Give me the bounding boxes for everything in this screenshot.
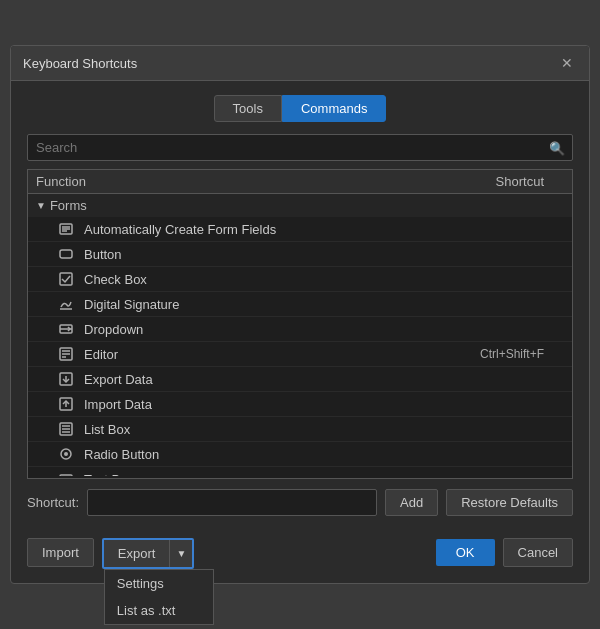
tab-row: Tools Commands [27,95,573,122]
dropdown-icon [56,321,76,337]
export-data-icon [56,371,76,387]
shortcut-input[interactable] [87,489,377,516]
table-row[interactable]: Export Data [28,367,572,392]
table-row[interactable]: Radio Button [28,442,572,467]
chevron-down-icon: ▼ [36,200,46,211]
row-label: Button [84,247,444,262]
table-container: Function Shortcut ▼ Forms Automatically … [27,169,573,479]
export-button[interactable]: Export [104,540,171,567]
table-row[interactable]: Button [28,242,572,267]
table-row[interactable]: Import Data [28,392,572,417]
shortcut-row: Shortcut: Add Restore Defaults [27,489,573,516]
dialog-footer: Import Export ▼ Settings List as .txt OK… [11,528,589,583]
tab-commands[interactable]: Commands [282,95,386,122]
export-dropdown: Settings List as .txt [104,569,214,625]
table-row[interactable]: Automatically Create Form Fields [28,217,572,242]
row-label: Digital Signature [84,297,444,312]
listbox-icon [56,421,76,437]
title-bar: Keyboard Shortcuts ✕ [11,46,589,81]
export-list-item[interactable]: List as .txt [105,597,213,624]
row-label: Export Data [84,372,444,387]
row-label: Import Data [84,397,444,412]
textbox-icon [56,471,76,476]
table-header: Function Shortcut [28,170,572,194]
row-shortcut: Ctrl+Shift+F [444,347,564,361]
keyboard-shortcuts-dialog: Keyboard Shortcuts ✕ Tools Commands 🔍 Fu… [10,45,590,584]
export-wrapper: Export ▼ Settings List as .txt [102,538,194,569]
row-label: Editor [84,347,444,362]
checkbox-icon [56,271,76,287]
table-row[interactable]: List Box [28,417,572,442]
col-function-header: Function [36,174,444,189]
table-row[interactable]: Text Box [28,467,572,476]
shortcut-label: Shortcut: [27,495,79,510]
svg-rect-23 [60,475,72,476]
import-data-icon [56,396,76,412]
row-label: Dropdown [84,322,444,337]
editor-icon [56,346,76,362]
radio-icon [56,446,76,462]
row-label: Radio Button [84,447,444,462]
tab-tools[interactable]: Tools [214,95,282,122]
group-forms-header[interactable]: ▼ Forms [28,194,572,217]
dialog-body: Tools Commands 🔍 Function Shortcut ▼ For… [11,81,589,528]
export-settings-item[interactable]: Settings [105,570,213,597]
footer-left: Import Export ▼ Settings List as .txt [27,538,194,569]
add-button[interactable]: Add [385,489,438,516]
restore-defaults-button[interactable]: Restore Defaults [446,489,573,516]
svg-rect-4 [60,250,72,258]
row-label: Text Box [84,472,444,477]
table-row[interactable]: Dropdown [28,317,572,342]
table-row[interactable]: Digital Signature [28,292,572,317]
row-label: Automatically Create Form Fields [84,222,444,237]
signature-icon [56,296,76,312]
import-button[interactable]: Import [27,538,94,567]
group-forms-label: Forms [50,198,87,213]
table-row[interactable]: Editor Ctrl+Shift+F [28,342,572,367]
search-row: 🔍 [27,134,573,161]
form-icon [56,221,76,237]
close-button[interactable]: ✕ [557,54,577,72]
row-label: Check Box [84,272,444,287]
footer-right: OK Cancel [436,538,573,567]
cancel-button[interactable]: Cancel [503,538,573,567]
search-icon: 🔍 [549,140,565,155]
svg-rect-5 [60,273,72,285]
ok-button[interactable]: OK [436,539,495,566]
col-shortcut-header: Shortcut [444,174,564,189]
table-row[interactable]: Check Box [28,267,572,292]
svg-point-22 [64,452,68,456]
table-body[interactable]: ▼ Forms Automatically Create Form Fields [28,194,572,476]
dialog-title: Keyboard Shortcuts [23,56,137,71]
search-input[interactable] [27,134,573,161]
row-label: List Box [84,422,444,437]
button-icon [56,246,76,262]
export-dropdown-arrow[interactable]: ▼ [170,540,192,567]
